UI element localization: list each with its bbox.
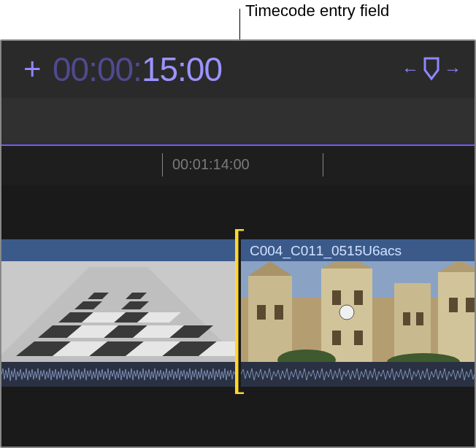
- svg-rect-21: [1, 362, 235, 387]
- callout-leader-line: [239, 9, 240, 42]
- svg-rect-36: [332, 331, 341, 345]
- clip-title: C004_C011_0515U6acs: [241, 241, 475, 261]
- svg-rect-34: [332, 290, 341, 305]
- svg-rect-40: [449, 298, 458, 312]
- ruler-tick: [162, 153, 163, 177]
- clip-audio-waveform: [241, 362, 475, 387]
- svg-rect-24: [248, 276, 292, 362]
- edit-point-selection[interactable]: [235, 229, 244, 394]
- svg-rect-37: [354, 331, 363, 345]
- timeline-clip[interactable]: [1, 239, 235, 387]
- timecode-entry-field[interactable]: 00:00:15:00: [53, 41, 222, 98]
- ruler-time-label: 00:01:14:00: [172, 156, 250, 173]
- svg-rect-38: [403, 312, 410, 325]
- ruler-tick: [323, 153, 323, 177]
- svg-point-28: [339, 305, 354, 320]
- clip-title: [1, 241, 235, 261]
- timecode-leading: 00:00:: [53, 50, 142, 89]
- clip-audio-waveform: [1, 362, 235, 387]
- clip-thumbnail: [1, 261, 235, 362]
- timeline-area[interactable]: C004_C011_0515U6acs: [1, 185, 475, 447]
- clip-thumbnail: [241, 261, 475, 362]
- marker-navigation: ← →: [402, 41, 461, 98]
- svg-rect-29: [394, 283, 431, 362]
- svg-rect-41: [466, 298, 475, 312]
- secondary-toolbar: [1, 98, 475, 144]
- callout-label: Timecode entry field: [245, 1, 389, 20]
- nudge-plus-button[interactable]: +: [23, 41, 42, 98]
- marker-pin-icon[interactable]: [422, 57, 441, 82]
- svg-rect-35: [354, 290, 363, 305]
- timecode-active: 15:00: [142, 50, 222, 89]
- svg-rect-32: [257, 305, 266, 320]
- time-ruler[interactable]: 00:01:14:00: [1, 146, 475, 185]
- svg-rect-33: [275, 305, 283, 320]
- timeline-clip[interactable]: C004_C011_0515U6acs: [241, 239, 475, 387]
- editor-frame: + 00:00:15:00 ← → 00:01:14:00: [0, 39, 476, 448]
- prev-marker-button[interactable]: ←: [402, 59, 419, 80]
- next-marker-button[interactable]: →: [444, 59, 461, 80]
- svg-rect-39: [416, 312, 423, 325]
- svg-rect-30: [438, 272, 475, 362]
- toolbar: + 00:00:15:00 ← →: [1, 41, 475, 99]
